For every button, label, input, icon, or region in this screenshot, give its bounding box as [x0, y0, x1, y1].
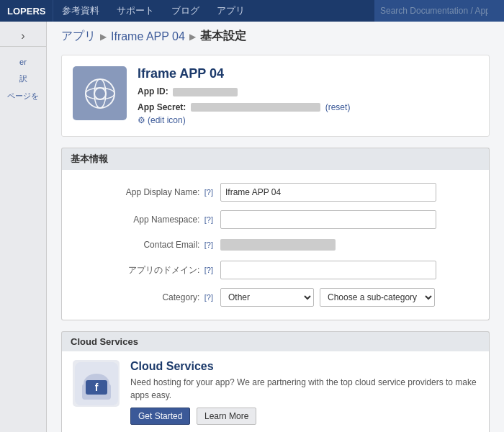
domain-help[interactable]: [?]: [204, 266, 213, 274]
cloud-services-desc: Need hosting for your app? We are partne…: [130, 376, 478, 402]
form-row-domain: アプリのドメイン: [?]: [62, 256, 489, 284]
get-started-button[interactable]: Get Started: [130, 408, 190, 425]
category-help[interactable]: [?]: [204, 293, 213, 302]
category-select[interactable]: Other Business Education Entertainment G…: [220, 288, 314, 307]
site-logo: LOPERS: [0, 0, 53, 22]
cloud-services-header: Cloud Services: [61, 331, 490, 351]
cloud-card: f Cloud Services Need hosting for your a…: [62, 351, 489, 432]
main-layout: › er 訳 ページを アプリ ▶ Iframe APP 04 ▶ 基本設定: [0, 22, 504, 432]
search-input[interactable]: [380, 6, 488, 16]
contact-email-help[interactable]: [?]: [204, 240, 213, 249]
app-icon-svg: [82, 76, 118, 112]
app-secret-value: [191, 103, 320, 112]
gear-icon: ⚙: [138, 115, 145, 125]
display-name-input[interactable]: [220, 183, 436, 202]
basic-info-section: 基本情報 App Display Name: [?] App Namespace…: [61, 148, 490, 320]
sidebar-toggle[interactable]: ›: [0, 25, 46, 47]
app-header-card: Iframe APP 04 App ID: App Secret: (reset…: [61, 55, 490, 137]
cloud-info: Cloud Services Need hosting for your app…: [130, 360, 478, 425]
breadcrumb-arrow-2: ▶: [189, 32, 196, 42]
form-row-contact-email: Contact Email: [?]: [62, 233, 489, 256]
namespace-input[interactable]: [220, 210, 436, 229]
breadcrumb-app[interactable]: アプリ: [61, 29, 96, 44]
app-title: Iframe APP 04: [138, 66, 478, 81]
basic-info-header: 基本情報: [61, 148, 490, 170]
svg-point-1: [94, 88, 106, 99]
display-name-help[interactable]: [?]: [204, 188, 213, 197]
sidebar-link-3[interactable]: ページを: [0, 88, 46, 104]
cloud-services-buttons: Get Started Learn More: [130, 408, 478, 425]
cloud-service-icon: f: [73, 360, 120, 407]
breadcrumb-arrow-1: ▶: [100, 32, 107, 42]
nav-left: LOPERS 参考資料 サポート ブログ アプリ: [0, 0, 253, 22]
app-icon: [73, 66, 127, 120]
app-id-value: [173, 88, 238, 96]
form-row-category: Category: [?] Other Business Education E…: [62, 284, 489, 311]
cloud-services-title: Cloud Services: [130, 360, 478, 373]
contact-email-label: Contact Email: [?]: [76, 240, 220, 250]
svg-point-3: [94, 79, 106, 108]
breadcrumb-current-page: 基本設定: [200, 29, 246, 44]
category-label: Category: [?]: [76, 292, 220, 302]
breadcrumb: アプリ ▶ Iframe APP 04 ▶ 基本設定: [61, 29, 490, 44]
nav-item-blog[interactable]: ブログ: [163, 0, 208, 22]
top-navigation: LOPERS 参考資料 サポート ブログ アプリ: [0, 0, 504, 22]
namespace-help[interactable]: [?]: [204, 215, 213, 224]
svg-text:f: f: [94, 382, 98, 393]
search-box: [374, 0, 504, 22]
contact-email-blurred: [220, 239, 336, 251]
cloud-icon-svg: f: [75, 362, 118, 405]
app-id-label: App ID:: [138, 86, 168, 96]
display-name-label: App Display Name: [?]: [76, 187, 220, 197]
subcategory-select[interactable]: Choose a sub-category: [320, 288, 435, 307]
domain-input[interactable]: [220, 261, 436, 279]
sidebar-link-2[interactable]: 訳: [0, 71, 46, 87]
nav-item-support[interactable]: サポート: [108, 0, 163, 22]
form-row-display-name: App Display Name: [?]: [62, 179, 489, 206]
app-meta: App ID: App Secret: (reset): [138, 84, 478, 115]
namespace-label: App Namespace: [?]: [76, 215, 220, 225]
main-content: アプリ ▶ Iframe APP 04 ▶ 基本設定 Iframe APP 04…: [47, 22, 504, 432]
learn-more-button[interactable]: Learn More: [197, 408, 256, 425]
app-info: Iframe APP 04 App ID: App Secret: (reset…: [138, 66, 478, 125]
svg-point-2: [86, 88, 114, 99]
basic-info-body: App Display Name: [?] App Namespace: [?]: [61, 170, 490, 320]
nav-item-sankoshokai[interactable]: 参考資料: [53, 0, 108, 22]
nav-item-app[interactable]: アプリ: [208, 0, 253, 22]
edit-icon-link[interactable]: ⚙ (edit icon): [138, 115, 478, 125]
svg-point-0: [86, 79, 114, 108]
sidebar-links: er 訳 ページを: [0, 47, 46, 112]
cloud-services-section: Cloud Services f Cl: [61, 331, 490, 432]
reset-link[interactable]: (reset): [325, 102, 351, 112]
cloud-services-body: f Cloud Services Need hosting for your a…: [61, 351, 490, 432]
form-row-namespace: App Namespace: [?]: [62, 206, 489, 233]
breadcrumb-app-name[interactable]: Iframe APP 04: [111, 30, 185, 43]
app-secret-label: App Secret:: [138, 102, 186, 112]
sidebar-link-1[interactable]: er: [0, 54, 46, 71]
sidebar: › er 訳 ページを: [0, 22, 47, 432]
domain-label: アプリのドメイン: [?]: [76, 264, 220, 276]
